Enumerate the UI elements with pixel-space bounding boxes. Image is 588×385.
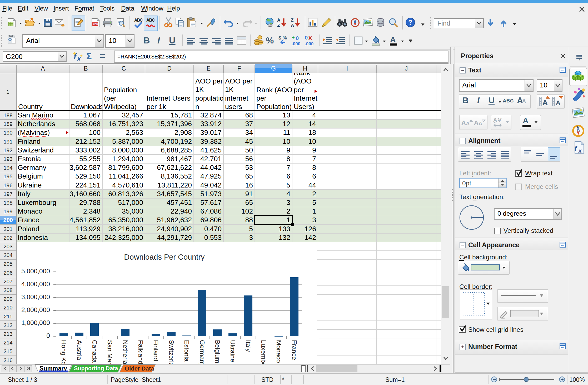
svg-text:$: $ — [278, 35, 281, 41]
svg-text:A: A — [542, 98, 548, 107]
svg-text:A: A — [493, 117, 497, 123]
svg-text:%: % — [283, 35, 287, 41]
svg-text:A: A — [466, 121, 470, 126]
svg-text:+: + — [292, 35, 295, 41]
svg-text:?: ? — [408, 19, 412, 26]
svg-text:A: A — [277, 18, 280, 23]
svg-text:A: A — [291, 23, 294, 28]
svg-text:x: x — [578, 147, 582, 154]
svg-text:.000: .000 — [292, 41, 300, 46]
svg-text:A: A — [479, 121, 482, 126]
svg-text:Z: Z — [277, 23, 280, 28]
svg-text:ABC: ABC — [146, 18, 155, 22]
svg-text:X: X — [308, 35, 312, 41]
svg-text:A: A — [474, 119, 479, 127]
svg-text:ABC: ABC — [134, 18, 143, 22]
svg-text:0: 0 — [305, 35, 308, 41]
svg-text:Z: Z — [291, 18, 293, 23]
svg-text:A: A — [390, 35, 396, 44]
svg-text:.000: .000 — [305, 41, 313, 46]
svg-text:A: A — [556, 99, 561, 107]
svg-text:0: 0 — [296, 35, 299, 41]
svg-text:x: x — [77, 55, 81, 62]
svg-text:PDF: PDF — [93, 23, 98, 26]
svg-text:A: A — [461, 119, 466, 127]
